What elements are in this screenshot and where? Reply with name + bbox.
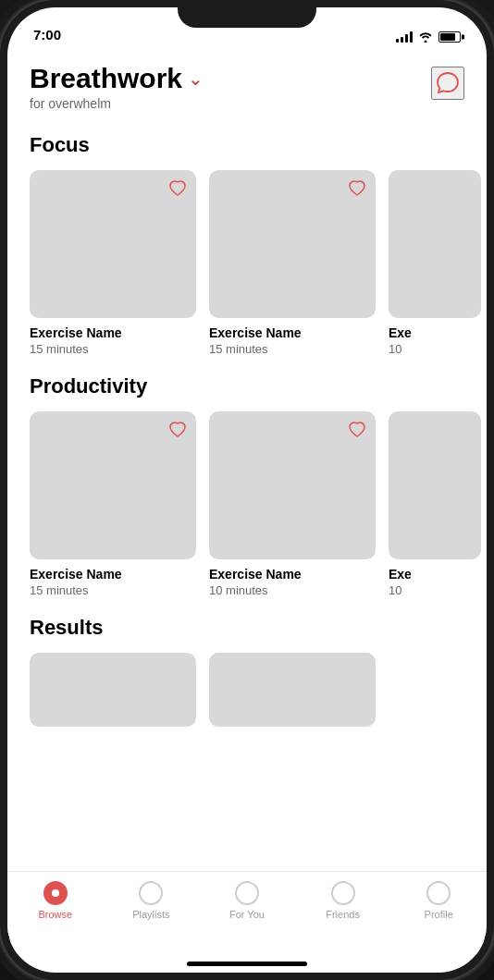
page-title-text: Breathwork <box>30 63 182 94</box>
signal-icon <box>396 31 413 43</box>
page-title: Breathwork ⌄ <box>30 63 204 94</box>
tab-foryou[interactable]: For You <box>199 881 295 920</box>
card-thumbnail <box>30 170 196 318</box>
heart-button[interactable] <box>346 419 368 441</box>
browse-tab-label: Browse <box>38 909 72 920</box>
card-name: Exercise Name <box>30 325 196 340</box>
browse-dot <box>52 889 59 897</box>
card-duration: 15 minutes <box>30 583 196 597</box>
foryou-tab-label: For You <box>229 909 265 920</box>
tab-friends[interactable]: Friends <box>295 881 391 920</box>
focus-section-title: Focus <box>30 133 464 157</box>
card-name: Exe <box>389 567 481 582</box>
list-item[interactable]: Exercise Name 15 minutes <box>30 411 196 597</box>
foryou-icon <box>235 881 259 905</box>
playlists-icon <box>139 881 163 905</box>
browse-icon <box>43 881 68 905</box>
card-duration: 10 <box>389 342 481 356</box>
friends-icon <box>331 881 355 905</box>
home-bar <box>187 962 307 966</box>
phone-frame: 7:00 <box>0 0 494 980</box>
chevron-down-icon[interactable]: ⌄ <box>188 67 204 90</box>
heart-icon <box>168 180 187 197</box>
list-item[interactable]: Exe 10 <box>389 411 481 597</box>
list-item[interactable]: Exe 10 <box>389 170 481 356</box>
card-thumbnail-partial <box>389 411 481 559</box>
page-header: Breathwork ⌄ for overwhelm <box>30 48 464 115</box>
results-card-1[interactable] <box>30 653 196 727</box>
notch <box>178 0 316 28</box>
status-icons <box>396 31 461 43</box>
tab-playlists[interactable]: Playlists <box>104 881 200 920</box>
card-duration: 15 minutes <box>209 342 376 356</box>
card-thumbnail <box>209 411 376 559</box>
card-thumbnail <box>209 170 376 318</box>
productivity-section-title: Productivity <box>30 374 464 398</box>
list-item[interactable]: Exercise Name 15 minutes <box>209 170 376 356</box>
focus-cards-row: Exercise Name 15 minutes Exercise <box>7 170 487 356</box>
card-name: Exercise Name <box>209 567 376 582</box>
heart-button[interactable] <box>167 178 189 200</box>
results-section-title: Results <box>30 616 464 640</box>
page-subtitle: for overwhelm <box>30 96 204 111</box>
tab-bar: Browse Playlists For You Friends Profile <box>7 871 487 954</box>
list-item[interactable]: Exercise Name 10 minutes <box>209 411 376 597</box>
status-time: 7:00 <box>33 27 61 43</box>
list-item[interactable]: Exercise Name 15 minutes <box>30 170 196 356</box>
tab-profile[interactable]: Profile <box>390 881 487 920</box>
card-thumbnail-partial <box>389 170 481 318</box>
battery-icon <box>438 31 461 43</box>
heart-button[interactable] <box>167 419 189 441</box>
heart-button[interactable] <box>346 178 368 200</box>
main-content: Breathwork ⌄ for overwhelm Focus <box>7 48 487 871</box>
heart-icon <box>348 180 366 197</box>
card-duration: 15 minutes <box>30 342 196 356</box>
message-button[interactable] <box>431 67 464 100</box>
playlists-tab-label: Playlists <box>132 909 169 920</box>
results-card-2[interactable] <box>209 653 376 727</box>
friends-tab-label: Friends <box>326 909 360 920</box>
card-name: Exercise Name <box>209 325 376 340</box>
card-name: Exe <box>389 325 481 340</box>
heart-icon <box>348 422 366 438</box>
productivity-section: Productivity Exercise Name 15 minute <box>30 374 464 597</box>
results-cards-row <box>7 653 487 727</box>
title-area: Breathwork ⌄ for overwhelm <box>30 63 204 111</box>
card-thumbnail <box>30 411 196 559</box>
card-name: Exercise Name <box>30 567 196 582</box>
focus-section: Focus Exercise Name 15 minutes <box>30 133 464 356</box>
message-icon <box>435 70 461 96</box>
wifi-icon <box>418 31 433 43</box>
profile-tab-label: Profile <box>425 909 453 920</box>
home-indicator <box>7 954 487 973</box>
card-duration: 10 minutes <box>209 583 376 597</box>
results-section: Results <box>30 616 464 745</box>
heart-icon <box>168 422 187 438</box>
card-duration: 10 <box>389 583 481 597</box>
productivity-cards-row: Exercise Name 15 minutes Exercise <box>7 411 487 597</box>
phone-screen: 7:00 <box>7 7 487 973</box>
tab-browse[interactable]: Browse <box>7 881 104 920</box>
profile-icon <box>426 881 451 905</box>
